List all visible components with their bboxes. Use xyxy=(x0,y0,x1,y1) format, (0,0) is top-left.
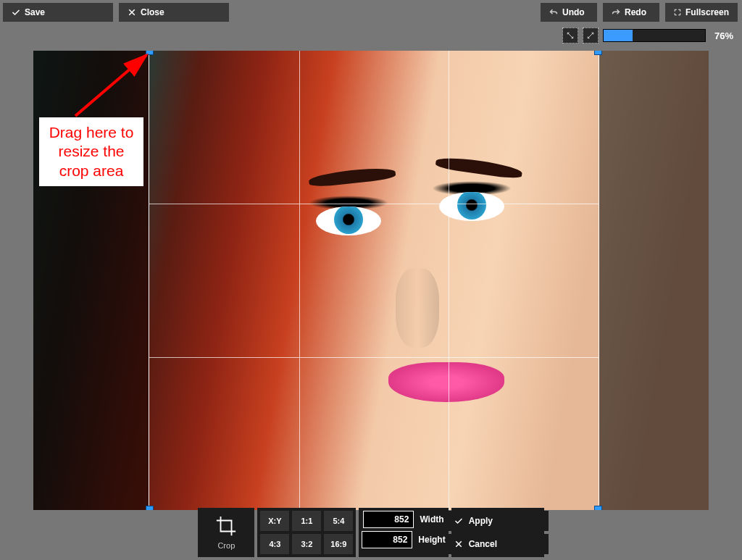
apply-label: Apply xyxy=(469,516,493,526)
photo-face xyxy=(149,51,599,510)
ratio-16-9[interactable]: 16:9 xyxy=(324,534,353,554)
redo-button[interactable]: Redo xyxy=(603,3,659,22)
zoom-controls: 76% xyxy=(562,28,738,43)
crop-region[interactable] xyxy=(149,51,599,510)
close-button[interactable]: Close xyxy=(119,3,229,22)
crop-handle-top-left[interactable] xyxy=(146,51,154,55)
crop-actions: Apply Cancel xyxy=(451,508,544,557)
ratio-1-1[interactable]: 1:1 xyxy=(292,511,321,531)
zoom-percent: 76% xyxy=(710,30,738,41)
save-button[interactable]: Save xyxy=(3,3,113,22)
ratio-4-3[interactable]: 4:3 xyxy=(260,534,289,554)
ratio-free[interactable]: X:Y xyxy=(260,511,289,531)
undo-icon xyxy=(549,8,558,17)
check-icon xyxy=(12,8,20,17)
undo-label: Undo xyxy=(562,7,585,17)
redo-label: Redo xyxy=(625,7,646,17)
cancel-button[interactable]: Cancel xyxy=(447,534,549,554)
ratio-3-2[interactable]: 3:2 xyxy=(292,534,321,554)
fullscreen-button[interactable]: Fullscreen xyxy=(665,3,738,22)
close-icon xyxy=(128,8,136,17)
cancel-label: Cancel xyxy=(469,539,497,549)
ratio-5-4[interactable]: 5:4 xyxy=(324,511,353,531)
crop-tool-indicator: Crop xyxy=(198,508,254,557)
crop-handle-top-right[interactable] xyxy=(594,51,602,55)
zoom-slider-fill xyxy=(604,30,633,41)
crop-icon xyxy=(215,515,237,537)
close-label: Close xyxy=(141,7,164,17)
height-label: Height xyxy=(418,535,445,545)
zoom-fit-button[interactable] xyxy=(562,28,578,43)
height-input[interactable] xyxy=(362,531,412,548)
grid-line xyxy=(149,357,599,358)
fullscreen-label: Fullscreen xyxy=(685,7,729,17)
close-icon xyxy=(454,540,463,548)
crop-tool-label: Crop xyxy=(217,541,235,550)
zoom-slider[interactable] xyxy=(603,29,706,42)
width-input[interactable] xyxy=(363,511,414,528)
fullscreen-icon xyxy=(674,8,681,17)
dimensions-group: Width Height xyxy=(359,508,448,557)
annotation-text: Drag here to resize the crop area xyxy=(49,124,134,179)
grid-line xyxy=(299,51,300,510)
check-icon xyxy=(454,517,463,525)
zoom-actual-button[interactable] xyxy=(583,28,599,43)
aspect-ratio-group: X:Y 1:1 5:4 4:3 3:2 16:9 xyxy=(257,508,356,557)
crop-toolbar: Crop X:Y 1:1 5:4 4:3 3:2 16:9 Width Heig… xyxy=(0,505,742,560)
grid-line xyxy=(149,204,599,204)
crop-visible-photo xyxy=(149,51,599,510)
apply-button[interactable]: Apply xyxy=(447,511,549,531)
undo-button[interactable]: Undo xyxy=(541,3,597,22)
annotation-callout: Drag here to resize the crop area xyxy=(39,117,143,186)
save-label: Save xyxy=(25,7,45,17)
redo-icon xyxy=(612,8,620,17)
grid-line xyxy=(449,51,449,510)
width-label: Width xyxy=(420,514,443,525)
top-toolbar: Save Close Undo Redo Fullscreen 76% xyxy=(0,0,742,45)
